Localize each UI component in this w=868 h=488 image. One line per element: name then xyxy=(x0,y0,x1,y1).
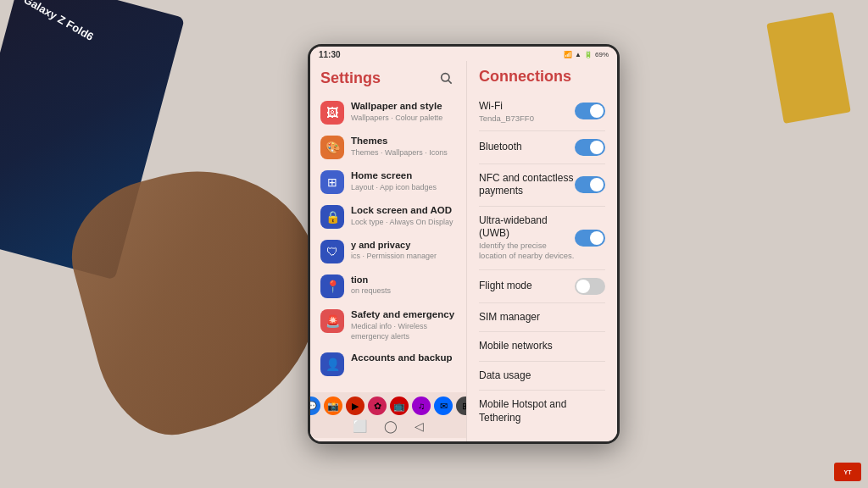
status-time: 11:30 xyxy=(319,50,341,59)
home-subtitle: Layout · App icon badges xyxy=(351,183,456,193)
bluetooth-toggle[interactable] xyxy=(575,139,605,156)
wifi-status-icon: ▲ xyxy=(575,51,581,58)
wallpaper-icon: 🖼 xyxy=(320,101,344,125)
connection-nfc[interactable]: NFC and contactless payments xyxy=(467,166,617,204)
settings-item-accounts[interactable]: 👤 Accounts and backup xyxy=(314,347,463,381)
uwb-name: Ultra-wideband (UWB) xyxy=(479,214,575,241)
nav-home[interactable]: ◯ xyxy=(384,419,398,433)
themes-subtitle: Themes · Wallpapers · Icons xyxy=(351,148,456,158)
settings-item-safety[interactable]: 🚨 Safety and emergency Medical info · Wi… xyxy=(314,303,463,347)
settings-list: 🖼 Wallpaper and style Wallpapers · Colou… xyxy=(310,95,466,392)
security-subtitle: ics · Permission manager xyxy=(351,252,456,262)
wallpaper-title: Wallpaper and style xyxy=(351,100,456,113)
flight-toggle[interactable] xyxy=(575,278,605,295)
dock-apps-row: 📞 💬 📸 ▶ ✿ 📺 ♫ ✉ ⊞ ♪ xyxy=(310,396,467,415)
nav-recent[interactable]: ⬜ xyxy=(353,419,367,433)
data-usage-name: Data usage xyxy=(479,369,605,383)
location-title: tion xyxy=(351,274,456,286)
divider xyxy=(479,206,605,207)
wifi-toggle[interactable] xyxy=(575,103,605,119)
themes-title: Themes xyxy=(351,135,456,147)
security-icon: 🛡 xyxy=(320,240,344,263)
brand-sticker: YT xyxy=(834,463,861,481)
connection-wifi[interactable]: Wi-Fi Tenda_B73FF0 xyxy=(467,94,617,129)
sim-name: SIM manager xyxy=(479,311,605,324)
settings-item-wallpaper[interactable]: 🖼 Wallpaper and style Wallpapers · Colou… xyxy=(314,95,463,130)
screen-content: Settings 🖼 Wallpaper and style xyxy=(310,61,617,441)
divider xyxy=(479,302,605,303)
settings-item-lock[interactable]: 🔒 Lock screen and AOD Lock type · Always… xyxy=(314,199,463,234)
dock-app-mail[interactable]: ✉ xyxy=(434,396,453,415)
bluetooth-name: Bluetooth xyxy=(479,141,575,154)
nav-bar: ⬜ ◯ ◁ xyxy=(353,418,424,435)
dock-app-music[interactable]: ♫ xyxy=(412,396,431,415)
security-title: y and privacy xyxy=(351,239,456,251)
location-icon: 📍 xyxy=(320,274,344,298)
hotspot-name: Mobile Hotspot and Tethering xyxy=(479,398,605,424)
mobile-networks-name: Mobile networks xyxy=(479,340,605,353)
battery-icon: 🔋 xyxy=(584,51,593,58)
battery-percent: 69% xyxy=(595,51,609,58)
app-dock: 📞 💬 📸 ▶ ✿ 📺 ♫ ✉ ⊞ ♪ ⬜ ◯ ◁ xyxy=(310,392,466,438)
safety-subtitle: Medical info · Wireless emergency alerts xyxy=(351,322,456,341)
divider xyxy=(479,361,605,362)
connection-mobile-networks[interactable]: Mobile networks xyxy=(467,334,617,359)
settings-title: Settings xyxy=(320,69,381,87)
phone-device: 11:30 📶 ▲ 🔋 69% Settings xyxy=(308,44,620,444)
lock-title: Lock screen and AOD xyxy=(351,204,456,217)
dock-app-youtube[interactable]: ▶ xyxy=(346,396,364,415)
settings-item-home[interactable]: ⊞ Home screen Layout · App icon badges xyxy=(314,164,463,199)
wallpaper-subtitle: Wallpapers · Colour palette xyxy=(351,114,456,124)
settings-header: Settings xyxy=(310,68,466,95)
uwb-desc: Identify the precise location of nearby … xyxy=(479,241,575,262)
lock-icon: 🔒 xyxy=(320,205,344,229)
settings-item-themes[interactable]: 🎨 Themes Themes · Wallpapers · Icons xyxy=(314,130,463,164)
nfc-toggle[interactable] xyxy=(575,176,605,193)
uwb-toggle[interactable] xyxy=(575,230,605,247)
divider xyxy=(479,130,605,131)
status-bar: 11:30 📶 ▲ 🔋 69% xyxy=(310,47,617,61)
svg-point-0 xyxy=(442,74,449,81)
safety-icon: 🚨 xyxy=(320,309,344,333)
connection-uwb[interactable]: Ultra-wideband (UWB) Identify the precis… xyxy=(467,208,617,268)
connection-sim[interactable]: SIM manager xyxy=(467,305,617,330)
connections-title: Connections xyxy=(467,68,617,94)
settings-item-security[interactable]: 🛡 y and privacy ics · Permission manager xyxy=(314,234,463,269)
flight-name: Flight mode xyxy=(479,280,575,293)
divider xyxy=(479,164,605,164)
accounts-title: Accounts and backup xyxy=(351,352,456,364)
nav-back[interactable]: ◁ xyxy=(415,419,424,433)
accounts-icon: 👤 xyxy=(320,352,344,376)
box-brand-text: Galaxy Z Fold6 xyxy=(20,0,96,45)
connections-panel: Connections Wi-Fi Tenda_B73FF0 Bluetooth xyxy=(467,61,617,441)
dock-app-apps[interactable]: ⊞ xyxy=(456,396,467,415)
divider xyxy=(479,390,605,391)
connection-data-usage[interactable]: Data usage xyxy=(467,363,617,389)
dock-app-flowers[interactable]: ✿ xyxy=(368,396,387,415)
themes-icon: 🎨 xyxy=(320,136,344,159)
safety-title: Safety and emergency xyxy=(351,308,456,321)
connection-flight[interactable]: Flight mode xyxy=(467,272,617,301)
home-title: Home screen xyxy=(351,169,456,182)
home-icon: ⊞ xyxy=(320,170,344,194)
settings-panel: Settings 🖼 Wallpaper and style xyxy=(310,61,467,441)
wifi-name: Wi-Fi xyxy=(479,100,575,114)
connection-hotspot[interactable]: Mobile Hotspot and Tethering xyxy=(467,392,617,430)
nfc-name: NFC and contactless payments xyxy=(479,172,575,198)
status-icons: 📶 ▲ 🔋 69% xyxy=(564,51,609,58)
location-subtitle: on requests xyxy=(351,286,456,297)
search-button[interactable] xyxy=(436,68,456,88)
divider xyxy=(479,269,605,270)
dock-app-camera[interactable]: 📸 xyxy=(324,396,342,415)
sticker-text: YT xyxy=(844,469,852,475)
connection-bluetooth[interactable]: Bluetooth xyxy=(467,133,617,162)
signal-icon: 📶 xyxy=(564,51,572,58)
dock-app-messages[interactable]: 💬 xyxy=(310,396,320,415)
wifi-sub: Tenda_B73FF0 xyxy=(479,114,575,123)
dock-app-tv[interactable]: 📺 xyxy=(390,396,409,415)
lock-subtitle: Lock type · Always On Display xyxy=(351,218,456,228)
svg-line-1 xyxy=(448,80,452,84)
settings-item-location[interactable]: 📍 tion on requests xyxy=(314,269,463,303)
phone-screen: 11:30 📶 ▲ 🔋 69% Settings xyxy=(310,47,617,441)
divider xyxy=(479,331,605,332)
